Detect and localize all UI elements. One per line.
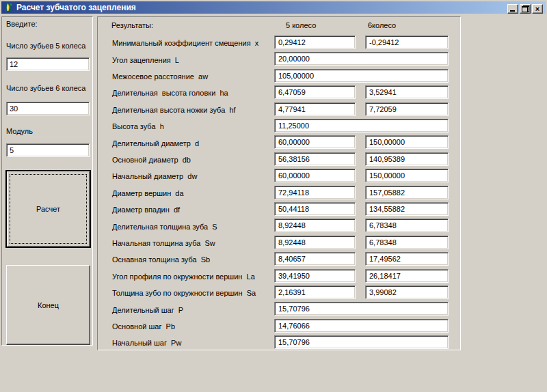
result-field-wheel6[interactable]: 6,78348 <box>365 236 449 249</box>
result-row-label: Делительная толщина зуба S <box>112 223 217 231</box>
calc-button[interactable]: Расчет <box>5 170 91 248</box>
result-field-wide[interactable]: 15,70796 <box>274 302 449 316</box>
result-field-wheel6[interactable]: 3,52941 <box>365 85 449 99</box>
result-row: Оснавная толщина зуба Sb8,4065717,49562 <box>98 251 462 268</box>
results-title: Результаты: <box>111 21 153 29</box>
result-row-label: Межосевое расстояние aw <box>112 72 208 81</box>
result-row-label: Начальная толщина зуба Sw <box>112 239 215 247</box>
teeth5-input[interactable] <box>6 57 90 71</box>
result-field-wheel5[interactable]: 2,16391 <box>274 285 356 299</box>
close-button[interactable]: × <box>532 4 543 14</box>
result-row: Делительная высота головки ha6,470593,52… <box>98 85 462 101</box>
result-field-wheel5[interactable]: 4,77941 <box>274 102 356 116</box>
result-field-wheel5[interactable]: 60,00000 <box>274 135 356 149</box>
result-field-wheel6[interactable]: 150,00000 <box>365 169 449 182</box>
app-icon <box>3 2 14 13</box>
result-field-wide[interactable]: 105,00000 <box>274 69 449 83</box>
result-field-wide[interactable]: 15,70796 <box>274 335 449 349</box>
result-row-label: Начальный шаг Pw <box>112 339 181 347</box>
end-button[interactable]: Конец <box>6 265 90 345</box>
result-row: Диаметр впадин df50,44118134,55882 <box>98 201 462 218</box>
result-row-label: Делительная высота ножки зуба hf <box>112 106 236 114</box>
result-field-wheel6[interactable]: 134,55882 <box>365 202 449 216</box>
window-title: Расчет зубчатого зацепления <box>16 3 136 12</box>
result-row: Толщина зубо по окружности вершин Sa2,16… <box>98 285 462 301</box>
result-field-wheel5[interactable]: 8,92448 <box>274 219 356 232</box>
result-field-wheel5[interactable]: 50,44118 <box>274 202 356 216</box>
teeth6-input[interactable] <box>6 102 90 115</box>
result-field-wheel5[interactable]: 39,41950 <box>274 269 356 283</box>
result-row: Делительный шаг P15,70796 <box>98 301 462 318</box>
results-panel: Результаты: 5 колесо 6колесо Минимальный… <box>97 16 461 350</box>
end-button-label: Конец <box>38 301 59 309</box>
module-label: Модуль <box>6 127 33 135</box>
teeth5-label: Число зубьев 5 колеса <box>6 42 85 50</box>
result-row-label: Основной диаметр db <box>112 156 191 164</box>
result-row-label: Оснавная толщина зуба Sb <box>112 255 210 264</box>
focus-rect <box>10 174 87 244</box>
app-window: Расчет зубчатого зацепления × Введите: Ч… <box>0 0 547 392</box>
result-field-wheel6[interactable]: 26,18417 <box>365 269 449 283</box>
input-panel-title: Введите: <box>6 20 38 28</box>
teeth6-label: Число зубьев 6 колеса <box>6 84 85 92</box>
module-input[interactable] <box>6 143 90 157</box>
result-field-wheel6[interactable]: 157,05882 <box>365 186 449 199</box>
result-field-wheel6[interactable]: -0,29412 <box>365 36 449 49</box>
result-row-label: Делительный диаметр d <box>112 139 199 148</box>
result-row: Межосевое расстояние aw105,00000 <box>98 68 462 85</box>
result-row: Угол зацепления L20,00000 <box>98 51 462 68</box>
result-row-label: Начальный диаметр dw <box>112 172 197 180</box>
result-field-wheel5[interactable]: 72,94118 <box>274 186 356 199</box>
result-field-wide[interactable]: 14,76066 <box>274 319 449 333</box>
title-bar: Расчет зубчатого зацепления × <box>1 1 546 14</box>
result-row-label: Угол зацепления L <box>112 56 179 64</box>
result-row: Минимальный коэффициент смещения x0,2941… <box>98 35 462 51</box>
result-field-wheel5[interactable]: 8,92448 <box>274 236 356 249</box>
result-field-wheel5[interactable]: 60,00000 <box>274 169 356 182</box>
result-row: Делительная высота ножки зуба hf4,779417… <box>98 102 462 118</box>
result-field-wheel5[interactable]: 8,40657 <box>274 252 356 266</box>
restore-icon <box>522 5 529 12</box>
result-field-wheel5[interactable]: 56,38156 <box>274 152 356 166</box>
result-field-wheel6[interactable]: 7,72059 <box>365 102 449 116</box>
close-icon: × <box>535 5 539 12</box>
result-field-wheel6[interactable]: 3,99082 <box>365 285 449 299</box>
result-row-label: Высота зуба h <box>112 122 164 130</box>
result-field-wheel6[interactable]: 150,00000 <box>365 135 449 149</box>
result-row-label: Толщина зубо по окружности вершин Sa <box>112 289 256 297</box>
result-field-wheel5[interactable]: 0,29412 <box>274 36 356 49</box>
result-row: Делительная толщина зуба S8,924486,78348 <box>98 218 462 234</box>
result-row: Основной шаг Pb14,76066 <box>98 318 462 335</box>
result-row-label: Минимальный коэффициент смещения x <box>112 39 258 47</box>
minimize-button[interactable] <box>507 4 518 14</box>
result-row: Диаметр вершин da72,94118157,05882 <box>98 185 462 201</box>
col-header-wheel6: 6колесо <box>368 21 396 29</box>
result-row-label: Диаметр впадин df <box>112 206 180 214</box>
result-row: Высота зуба h11,25000 <box>98 118 462 135</box>
result-field-wheel5[interactable]: 6,47059 <box>274 85 356 99</box>
input-panel: Введите: Число зубьев 5 колеса Число зуб… <box>1 16 93 346</box>
minimize-icon <box>510 10 515 12</box>
result-row: Основной диаметр db56,38156140,95389 <box>98 152 462 168</box>
result-row-label: Диаметр вершин da <box>112 189 184 197</box>
result-row-label: Делительный шаг P <box>112 306 183 314</box>
restore-button[interactable] <box>520 4 531 14</box>
result-row-label: Делительная высота головки ha <box>112 89 228 97</box>
col-header-wheel5: 5 колесо <box>286 21 316 29</box>
result-row: Начальный диаметр dw60,00000150,00000 <box>98 168 462 184</box>
result-row-label: Угол профиля по окружности вершин La <box>112 272 255 281</box>
results-rows: Минимальный коэффициент смещения x0,2941… <box>98 35 462 351</box>
result-row: Угол профиля по окружности вершин La39,4… <box>98 268 462 285</box>
result-field-wheel6[interactable]: 17,49562 <box>365 252 449 266</box>
result-row: Начальная толщина зуба Sw8,924486,78348 <box>98 235 462 251</box>
result-field-wide[interactable]: 20,00000 <box>274 52 449 66</box>
result-row-label: Основной шаг Pb <box>112 322 175 331</box>
result-row: Делительный диаметр d60,00000150,00000 <box>98 135 462 151</box>
result-field-wheel6[interactable]: 140,95389 <box>365 152 449 166</box>
result-field-wheel6[interactable]: 6,78348 <box>365 219 449 232</box>
result-field-wide[interactable]: 11,25000 <box>274 119 449 132</box>
result-row: Начальный шаг Pw15,70796 <box>98 335 462 351</box>
